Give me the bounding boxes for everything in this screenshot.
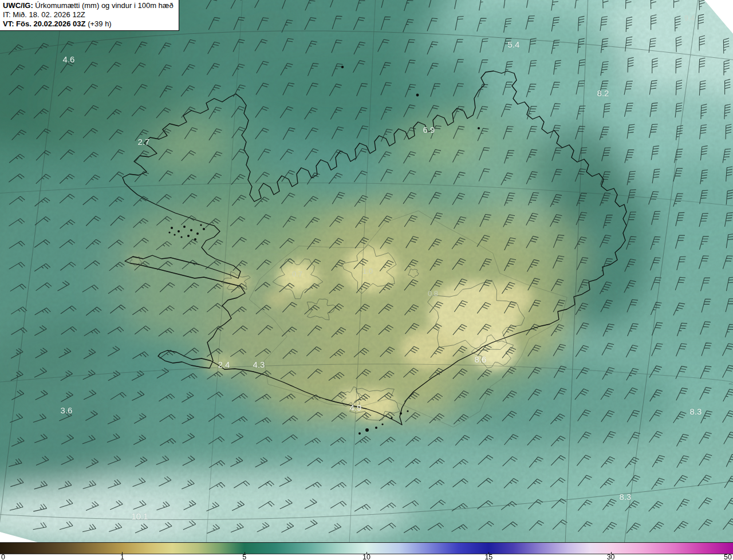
colorbar-tick-label: 10 xyxy=(362,553,371,560)
weather-map: 4.69.45.48.26.92.70.71.00.82.44.38.64.93… xyxy=(0,0,733,560)
field-noise-texture xyxy=(0,0,733,542)
lead-time: (+39 h) xyxy=(86,19,112,28)
title-line-valid-time: VT: Fös. 20.02.2026 03Z (+39 h) xyxy=(3,19,174,29)
valid-time: VT: Fös. 20.02.2026 03Z xyxy=(3,19,86,28)
title-line-product: UWC/IG: Úrkomumætti (mm) og vindur i 100… xyxy=(3,1,174,10)
title-line-init-time: IT: Mið. 18. 02. 2026 12Z xyxy=(3,10,174,19)
colorbar-tick-label: 5 xyxy=(242,553,246,560)
model-name: UWC/IG: xyxy=(3,1,33,10)
product-title: Úrkomumætti (mm) og vindur i 100m hæð xyxy=(33,1,174,10)
colorbar-tick-label: 30 xyxy=(607,553,615,560)
colorbar-tick-label: 50 xyxy=(724,553,732,560)
colorbar: 01510153050 xyxy=(0,542,733,560)
colorbar-tick-label: 15 xyxy=(484,553,492,560)
colorbar-tick-labels: 01510153050 xyxy=(0,554,733,560)
colorbar-tick-label: 0 xyxy=(1,553,5,560)
colorbar-tick-label: 1 xyxy=(120,553,124,560)
title-box: UWC/IG: Úrkomumætti (mm) og vindur i 100… xyxy=(0,0,179,31)
map-canvas xyxy=(0,0,733,542)
